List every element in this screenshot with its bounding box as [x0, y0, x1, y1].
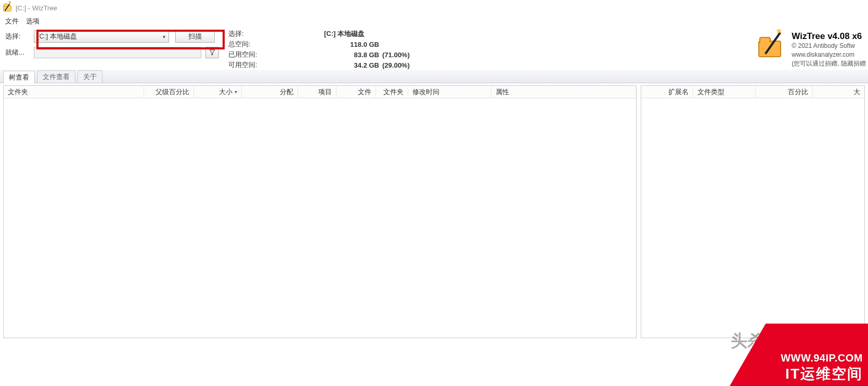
toolbar-area: 选择: [C:] 本地磁盘 ▾ 扫描 就绪... 选择: [C:] 本地磁盘 总… [0, 29, 868, 70]
col-pct[interactable]: 百分比 [756, 86, 813, 98]
info-total-label: 总空间: [228, 40, 322, 49]
tree-body-empty [4, 98, 636, 338]
menu-file[interactable]: 文件 [5, 17, 19, 26]
window-title: [C:] - WizTree [16, 4, 57, 12]
info-used-label: 已用空间: [228, 50, 322, 59]
tree-panel: 文件夹 父级百分比 大小 ▾ 分配 项目 文件 文件夹 修改时间 属性 [3, 85, 637, 338]
ext-panel: 扩展名 文件类型 百分比 大 [641, 85, 865, 338]
col-items[interactable]: 项目 [298, 86, 336, 98]
drive-dropdown-value: [C:] 本地磁盘 [37, 32, 77, 41]
col-attrs[interactable]: 属性 [491, 86, 636, 98]
disk-info-panel: 选择: [C:] 本地磁盘 总空间: 118.0 GB 已用空间: 83.8 G… [225, 29, 421, 70]
col-files[interactable]: 文件 [336, 86, 376, 98]
ext-body-empty [641, 98, 864, 338]
app-icon [3, 3, 12, 12]
info-free-value: 34.2 GB [322, 61, 379, 69]
ext-columns-header: 扩展名 文件类型 百分比 大 [641, 86, 864, 98]
col-folder[interactable]: 文件夹 [4, 86, 144, 98]
titlebar: [C:] - WizTree [0, 0, 868, 16]
content-area: 文件夹 父级百分比 大小 ▾ 分配 项目 文件 文件夹 修改时间 属性 扩展名 … [0, 83, 868, 338]
brand-copyright: © 2021 Antibody Softw [792, 42, 866, 50]
info-used-value: 83.8 GB [322, 51, 379, 59]
status-field[interactable] [34, 47, 201, 58]
col-size[interactable]: 大小 ▾ [194, 86, 242, 98]
info-used-pct: (71.00%) [379, 51, 421, 59]
menu-options[interactable]: 选项 [26, 17, 40, 26]
filter-button[interactable] [205, 47, 219, 58]
brand-panel: WizTree v4.08 x6 © 2021 Antibody Softw w… [757, 29, 868, 68]
left-toolbar: 选择: [C:] 本地磁盘 ▾ 扫描 就绪... [0, 29, 225, 62]
tree-columns-header: 文件夹 父级百分比 大小 ▾ 分配 项目 文件 文件夹 修改时间 属性 [4, 86, 636, 98]
tabstrip: 树查看 文件查看 关于 [0, 70, 868, 83]
brand-title: WizTree v4.08 x6 [792, 31, 866, 42]
filter-icon [209, 49, 215, 56]
tab-file-view[interactable]: 文件查看 [37, 70, 75, 83]
info-drive-value: [C:] 本地磁盘 [322, 29, 421, 38]
col-size2[interactable]: 大 [813, 86, 864, 98]
menubar: 文件 选项 [0, 16, 868, 29]
info-free-label: 可用空间: [228, 60, 322, 70]
col-alloc[interactable]: 分配 [242, 86, 298, 98]
select-label: 选择: [5, 32, 34, 41]
info-select-label: 选择: [228, 29, 322, 38]
scan-button[interactable]: 扫描 [175, 30, 215, 43]
col-modified[interactable]: 修改时间 [408, 86, 491, 98]
col-folders[interactable]: 文件夹 [376, 86, 408, 98]
brand-url[interactable]: www.diskanalyzer.com [792, 50, 866, 59]
col-ext[interactable]: 扩展名 [641, 86, 693, 98]
brand-donate: (您可以通过捐赠, 隐藏捐赠 [792, 59, 866, 68]
info-total-value: 118.0 GB [322, 41, 379, 48]
brand-logo-icon [757, 31, 786, 60]
drive-dropdown[interactable]: [C:] 本地磁盘 ▾ [34, 30, 169, 43]
col-filetype[interactable]: 文件类型 [693, 86, 756, 98]
info-free-pct: (29.00%) [379, 61, 421, 69]
tab-tree-view[interactable]: 树查看 [3, 71, 35, 83]
chevron-down-icon: ▾ [163, 34, 165, 40]
ready-label: 就绪... [5, 48, 34, 57]
tab-about[interactable]: 关于 [77, 70, 102, 83]
sort-desc-icon: ▾ [235, 89, 237, 95]
col-parent-pct[interactable]: 父级百分比 [144, 86, 194, 98]
